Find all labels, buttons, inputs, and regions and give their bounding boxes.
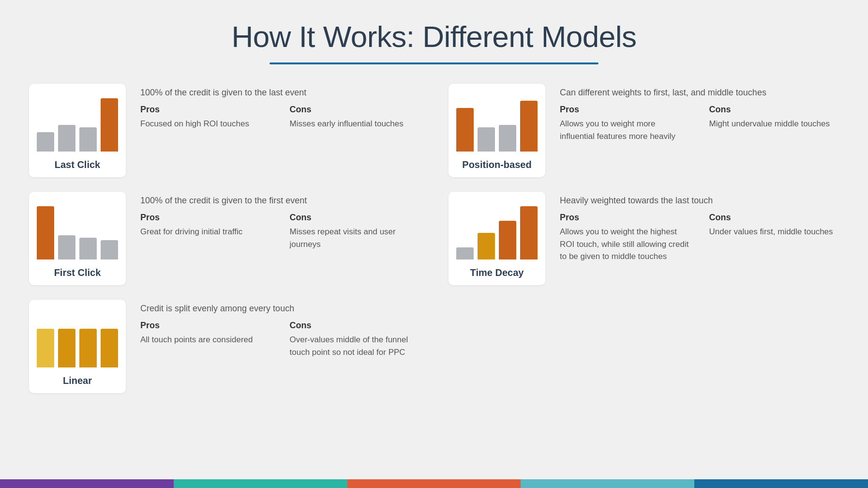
bar-2 <box>478 233 495 259</box>
bar-4 <box>101 240 118 259</box>
cons-text-position-based: Might undervalue middle touches <box>709 118 839 130</box>
bar-1 <box>456 247 474 259</box>
bar-4 <box>520 206 538 259</box>
pros-cons-first-click: Pros Great for driving initial traffic C… <box>140 213 419 250</box>
cons-first-click: Cons Misses repeat visits and user journ… <box>290 213 420 250</box>
pros-position-based: Pros Allows you to weight more influenti… <box>560 105 690 142</box>
chart-last-click: Last Click <box>29 84 126 177</box>
pros-first-click: Pros Great for driving initial traffic <box>140 213 270 250</box>
desc-main-first-click: 100% of the credit is given to the first… <box>140 196 419 206</box>
bar-4 <box>101 98 118 152</box>
pros-label-position-based: Pros <box>560 105 690 115</box>
bar-1 <box>456 108 474 152</box>
desc-main-position-based: Can different weights to first, last, an… <box>560 88 839 98</box>
bar-3 <box>79 329 97 367</box>
cons-label-time-decay: Cons <box>709 213 839 223</box>
pros-label-last-click: Pros <box>140 105 270 115</box>
models-grid: Last Click 100% of the credit is given t… <box>29 84 839 393</box>
page-title: How It Works: Different Models <box>231 19 636 54</box>
bar-1 <box>37 206 54 259</box>
pros-label-first-click: Pros <box>140 213 270 223</box>
cons-position-based: Cons Might undervalue middle touches <box>709 105 839 142</box>
pros-time-decay: Pros Allows you to weight the highest RO… <box>560 213 690 263</box>
desc-main-time-decay: Heavily weighted towards the last touch <box>560 196 839 206</box>
chart-label-first-click: First Click <box>54 267 101 278</box>
bottom-seg-teal <box>174 479 347 488</box>
bar-1 <box>37 132 54 152</box>
pros-cons-last-click: Pros Focused on high ROI touches Cons Mi… <box>140 105 419 130</box>
cons-linear: Cons Over-values middle of the funnel to… <box>290 320 420 358</box>
chart-bars-time-decay <box>456 201 538 259</box>
pros-cons-linear: Pros All touch points are considered Con… <box>140 320 419 358</box>
chart-label-position-based: Position-based <box>462 159 531 170</box>
bottom-seg-blue <box>694 479 868 488</box>
desc-linear: Credit is split evenly among every touch… <box>140 300 419 358</box>
bar-2 <box>478 127 495 152</box>
pros-last-click: Pros Focused on high ROI touches <box>140 105 270 130</box>
model-card-position-based: Position-based Can different weights to … <box>449 84 839 177</box>
chart-bars-first-click <box>37 201 118 259</box>
desc-first-click: 100% of the credit is given to the first… <box>140 192 419 250</box>
cons-last-click: Cons Misses early influential touches <box>290 105 420 130</box>
chart-linear: Linear <box>29 300 126 393</box>
cons-text-last-click: Misses early influential touches <box>290 118 420 130</box>
chart-first-click: First Click <box>29 192 126 285</box>
pros-text-last-click: Focused on high ROI touches <box>140 118 270 130</box>
bottom-seg-light-blue <box>521 479 694 488</box>
model-card-first-click: First Click 100% of the credit is given … <box>29 192 419 285</box>
chart-bars-position-based <box>456 93 538 152</box>
desc-main-last-click: 100% of the credit is given to the last … <box>140 88 419 98</box>
chart-label-time-decay: Time Decay <box>470 267 524 278</box>
cons-text-linear: Over-values middle of the funnel touch p… <box>290 334 420 358</box>
pros-linear: Pros All touch points are considered <box>140 320 270 358</box>
bar-4 <box>101 329 118 367</box>
desc-position-based: Can different weights to first, last, an… <box>560 84 839 142</box>
model-card-linear: Linear Credit is split evenly among ever… <box>29 300 419 393</box>
chart-label-linear: Linear <box>63 375 92 386</box>
cons-text-time-decay: Under values first, middle touches <box>709 226 839 238</box>
pros-text-first-click: Great for driving initial traffic <box>140 226 270 238</box>
pros-text-time-decay: Allows you to weight the highest ROI tou… <box>560 226 690 263</box>
cons-label-linear: Cons <box>290 320 420 331</box>
cons-label-position-based: Cons <box>709 105 839 115</box>
cons-time-decay: Cons Under values first, middle touches <box>709 213 839 263</box>
bar-3 <box>79 238 97 259</box>
title-divider <box>269 62 599 64</box>
pros-cons-time-decay: Pros Allows you to weight the highest RO… <box>560 213 839 263</box>
desc-last-click: 100% of the credit is given to the last … <box>140 84 419 130</box>
bar-3 <box>499 125 516 152</box>
bar-2 <box>58 125 75 152</box>
bottom-seg-purple <box>0 479 174 488</box>
chart-label-last-click: Last Click <box>55 159 100 170</box>
bar-2 <box>58 235 75 259</box>
chart-position-based: Position-based <box>449 84 545 177</box>
desc-main-linear: Credit is split evenly among every touch <box>140 304 419 314</box>
bottom-seg-orange <box>347 479 521 488</box>
chart-bars-linear <box>37 309 118 367</box>
cons-text-first-click: Misses repeat visits and user journeys <box>290 226 420 250</box>
chart-time-decay: Time Decay <box>449 192 545 285</box>
bar-3 <box>79 127 97 152</box>
pros-label-time-decay: Pros <box>560 213 690 223</box>
model-card-time-decay: Time Decay Heavily weighted towards the … <box>449 192 839 285</box>
chart-bars-last-click <box>37 93 118 152</box>
bar-2 <box>58 329 75 367</box>
pros-label-linear: Pros <box>140 320 270 331</box>
model-card-last-click: Last Click 100% of the credit is given t… <box>29 84 419 177</box>
desc-time-decay: Heavily weighted towards the last touch … <box>560 192 839 263</box>
pros-text-linear: All touch points are considered <box>140 334 270 346</box>
pros-cons-position-based: Pros Allows you to weight more influenti… <box>560 105 839 142</box>
bar-1 <box>37 329 54 367</box>
bar-4 <box>520 101 538 152</box>
cons-label-first-click: Cons <box>290 213 420 223</box>
bar-3 <box>499 221 516 259</box>
pros-text-position-based: Allows you to weight more influential fe… <box>560 118 690 142</box>
cons-label-last-click: Cons <box>290 105 420 115</box>
bottom-color-bar <box>0 479 868 488</box>
